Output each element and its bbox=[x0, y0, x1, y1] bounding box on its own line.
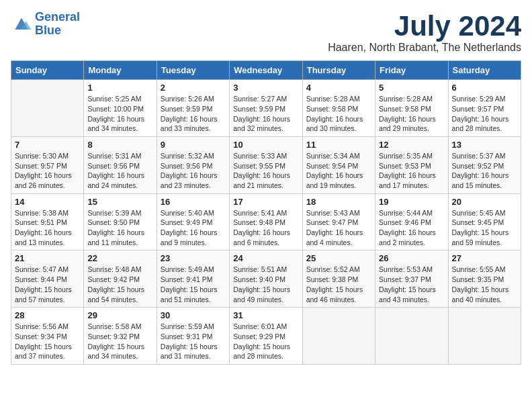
daylight-text: Daylight: 16 hours and 9 minutes. bbox=[161, 228, 218, 246]
table-row: 16 Sunrise: 5:40 AM Sunset: 9:49 PM Dayl… bbox=[157, 193, 229, 250]
table-row: 5 Sunrise: 5:28 AM Sunset: 9:58 PM Dayli… bbox=[375, 80, 448, 137]
day-info: Sunrise: 5:33 AM Sunset: 9:55 PM Dayligh… bbox=[233, 151, 298, 191]
sunrise-text: Sunrise: 5:59 AM bbox=[161, 322, 214, 330]
table-row: 19 Sunrise: 5:44 AM Sunset: 9:46 PM Dayl… bbox=[375, 193, 448, 250]
day-number: 24 bbox=[233, 253, 298, 263]
header-sunday: Sunday bbox=[11, 61, 84, 80]
day-info: Sunrise: 5:51 AM Sunset: 9:40 PM Dayligh… bbox=[233, 265, 298, 304]
day-number: 4 bbox=[306, 83, 371, 93]
table-row: 23 Sunrise: 5:49 AM Sunset: 9:41 PM Dayl… bbox=[157, 250, 229, 308]
table-row: 30 Sunrise: 5:59 AM Sunset: 9:31 PM Dayl… bbox=[157, 308, 229, 365]
sunset-text: Sunset: 9:38 PM bbox=[306, 275, 359, 283]
sunrise-text: Sunrise: 5:28 AM bbox=[306, 95, 360, 103]
day-number: 7 bbox=[15, 140, 80, 150]
sunset-text: Sunset: 9:47 PM bbox=[306, 218, 359, 226]
sunrise-text: Sunrise: 5:52 AM bbox=[306, 265, 360, 273]
daylight-text: Daylight: 15 hours and 54 minutes. bbox=[87, 285, 144, 304]
daylight-text: Daylight: 16 hours and 19 minutes. bbox=[306, 171, 363, 189]
calendar-table: Sunday Monday Tuesday Wednesday Thursday… bbox=[11, 60, 521, 365]
day-info: Sunrise: 5:58 AM Sunset: 9:32 PM Dayligh… bbox=[87, 322, 152, 361]
day-info: Sunrise: 5:43 AM Sunset: 9:47 PM Dayligh… bbox=[306, 208, 371, 248]
sunrise-text: Sunrise: 5:39 AM bbox=[87, 209, 141, 217]
table-row: 1 Sunrise: 5:25 AM Sunset: 10:00 PM Dayl… bbox=[84, 80, 157, 137]
table-row: 26 Sunrise: 5:53 AM Sunset: 9:37 PM Dayl… bbox=[375, 250, 448, 308]
sunset-text: Sunset: 9:59 PM bbox=[233, 105, 285, 113]
table-row: 17 Sunrise: 5:41 AM Sunset: 9:48 PM Dayl… bbox=[230, 193, 302, 250]
daylight-text: Daylight: 15 hours and 43 minutes. bbox=[379, 285, 436, 304]
table-row: 8 Sunrise: 5:31 AM Sunset: 9:56 PM Dayli… bbox=[84, 136, 157, 193]
month-title: July 2024 bbox=[328, 11, 521, 42]
table-row: 6 Sunrise: 5:29 AM Sunset: 9:57 PM Dayli… bbox=[448, 80, 521, 137]
table-row: 20 Sunrise: 5:45 AM Sunset: 9:45 PM Dayl… bbox=[448, 193, 521, 250]
day-info: Sunrise: 5:27 AM Sunset: 9:59 PM Dayligh… bbox=[233, 94, 298, 134]
sunrise-text: Sunrise: 5:34 AM bbox=[306, 152, 360, 160]
sunset-text: Sunset: 9:45 PM bbox=[452, 218, 504, 226]
table-row: 3 Sunrise: 5:27 AM Sunset: 9:59 PM Dayli… bbox=[230, 80, 302, 137]
sunrise-text: Sunrise: 5:33 AM bbox=[233, 152, 287, 160]
header-saturday: Saturday bbox=[448, 61, 521, 80]
sunrise-text: Sunrise: 5:49 AM bbox=[161, 265, 214, 273]
daylight-text: Daylight: 16 hours and 23 minutes. bbox=[161, 171, 218, 189]
table-row bbox=[11, 80, 84, 137]
logo-text-line2: Blue bbox=[35, 24, 80, 38]
day-info: Sunrise: 5:53 AM Sunset: 9:37 PM Dayligh… bbox=[379, 265, 444, 304]
day-number: 3 bbox=[233, 83, 298, 93]
table-row: 4 Sunrise: 5:28 AM Sunset: 9:58 PM Dayli… bbox=[302, 80, 375, 137]
day-number: 20 bbox=[452, 197, 517, 207]
sunset-text: Sunset: 9:51 PM bbox=[15, 218, 67, 226]
calendar-header-row: Sunday Monday Tuesday Wednesday Thursday… bbox=[11, 61, 521, 80]
sunrise-text: Sunrise: 5:47 AM bbox=[15, 265, 69, 273]
header-wednesday: Wednesday bbox=[230, 61, 302, 80]
daylight-text: Daylight: 16 hours and 29 minutes. bbox=[379, 115, 436, 133]
day-info: Sunrise: 5:35 AM Sunset: 9:53 PM Dayligh… bbox=[379, 151, 444, 191]
day-info: Sunrise: 5:32 AM Sunset: 9:56 PM Dayligh… bbox=[161, 151, 226, 191]
day-info: Sunrise: 5:30 AM Sunset: 9:57 PM Dayligh… bbox=[15, 151, 80, 191]
table-row: 25 Sunrise: 5:52 AM Sunset: 9:38 PM Dayl… bbox=[302, 250, 375, 308]
sunset-text: Sunset: 9:56 PM bbox=[161, 162, 213, 170]
day-number: 15 bbox=[87, 197, 152, 207]
header-thursday: Thursday bbox=[302, 61, 375, 80]
sunrise-text: Sunrise: 5:37 AM bbox=[452, 152, 506, 160]
daylight-text: Daylight: 16 hours and 17 minutes. bbox=[379, 171, 436, 189]
day-info: Sunrise: 5:48 AM Sunset: 9:42 PM Dayligh… bbox=[87, 265, 152, 304]
day-info: Sunrise: 5:47 AM Sunset: 9:44 PM Dayligh… bbox=[15, 265, 80, 304]
day-number: 16 bbox=[161, 197, 226, 207]
table-row: 27 Sunrise: 5:55 AM Sunset: 9:35 PM Dayl… bbox=[448, 250, 521, 308]
daylight-text: Daylight: 15 hours and 34 minutes. bbox=[87, 342, 144, 361]
sunset-text: Sunset: 9:29 PM bbox=[233, 332, 285, 340]
sunrise-text: Sunrise: 5:35 AM bbox=[379, 152, 433, 160]
table-row: 15 Sunrise: 5:39 AM Sunset: 9:50 PM Dayl… bbox=[84, 193, 157, 250]
day-number: 26 bbox=[379, 253, 444, 263]
daylight-text: Daylight: 16 hours and 11 minutes. bbox=[87, 228, 144, 246]
sunrise-text: Sunrise: 5:53 AM bbox=[379, 265, 433, 273]
sunset-text: Sunset: 9:48 PM bbox=[233, 218, 285, 226]
daylight-text: Daylight: 15 hours and 28 minutes. bbox=[233, 342, 290, 361]
day-info: Sunrise: 5:26 AM Sunset: 9:59 PM Dayligh… bbox=[161, 94, 226, 134]
day-info: Sunrise: 5:38 AM Sunset: 9:51 PM Dayligh… bbox=[15, 208, 80, 248]
day-number: 18 bbox=[306, 197, 371, 207]
day-number: 1 bbox=[87, 83, 152, 93]
sunset-text: Sunset: 9:41 PM bbox=[161, 275, 213, 283]
sunrise-text: Sunrise: 5:29 AM bbox=[452, 95, 506, 103]
sunrise-text: Sunrise: 5:43 AM bbox=[306, 209, 360, 217]
daylight-text: Daylight: 16 hours and 26 minutes. bbox=[15, 171, 72, 189]
day-number: 17 bbox=[233, 197, 298, 207]
calendar-week-row: 7 Sunrise: 5:30 AM Sunset: 9:57 PM Dayli… bbox=[11, 136, 521, 193]
table-row: 22 Sunrise: 5:48 AM Sunset: 9:42 PM Dayl… bbox=[84, 250, 157, 308]
sunset-text: Sunset: 9:58 PM bbox=[379, 105, 431, 113]
sunset-text: Sunset: 9:42 PM bbox=[87, 275, 140, 283]
day-number: 6 bbox=[452, 83, 517, 93]
day-info: Sunrise: 5:44 AM Sunset: 9:46 PM Dayligh… bbox=[379, 208, 444, 248]
logo-text-line1: General bbox=[35, 11, 80, 24]
sunset-text: Sunset: 9:58 PM bbox=[306, 105, 359, 113]
header-tuesday: Tuesday bbox=[157, 61, 229, 80]
day-info: Sunrise: 5:39 AM Sunset: 9:50 PM Dayligh… bbox=[87, 208, 152, 248]
daylight-text: Daylight: 16 hours and 2 minutes. bbox=[379, 228, 436, 246]
sunrise-text: Sunrise: 5:30 AM bbox=[15, 152, 69, 160]
calendar-week-row: 28 Sunrise: 5:56 AM Sunset: 9:34 PM Dayl… bbox=[11, 308, 521, 365]
daylight-text: Daylight: 16 hours and 24 minutes. bbox=[87, 171, 144, 189]
sunrise-text: Sunrise: 5:44 AM bbox=[379, 209, 433, 217]
sunrise-text: Sunrise: 5:48 AM bbox=[87, 265, 141, 273]
sunset-text: Sunset: 9:56 PM bbox=[87, 162, 140, 170]
table-row bbox=[302, 308, 375, 365]
